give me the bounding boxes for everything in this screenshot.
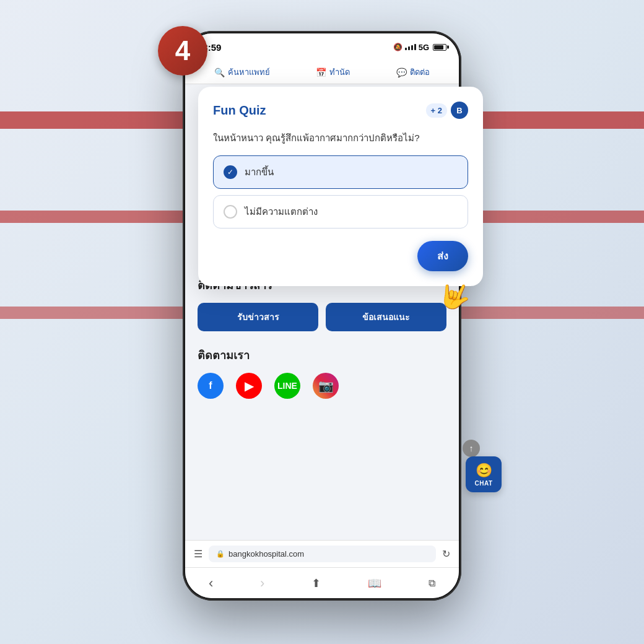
chat-button[interactable]: 😊 CHAT	[466, 456, 502, 492]
calendar-nav-icon: 📅	[316, 67, 326, 77]
news-button[interactable]: รับข่าวสาร	[198, 303, 318, 331]
url-bar[interactable]: 🔒 bangkokhospital.com	[209, 546, 436, 562]
facebook-icon[interactable]: f	[198, 373, 224, 399]
points-badge: + 2	[426, 103, 447, 118]
url-text: bangkokhospital.com	[228, 549, 304, 559]
option-radio-1: ✓	[224, 165, 237, 179]
line-icon[interactable]: LINE	[274, 373, 300, 399]
nav-tab-contact-label: ติดต่อ	[410, 66, 430, 79]
nav-tab-search[interactable]: 🔍 ค้นหาแพทย์	[214, 66, 270, 79]
quiz-option-1[interactable]: ✓ มากขึ้น	[213, 155, 468, 189]
quiz-option-2[interactable]: ไม่มีความแตกต่าง	[213, 195, 468, 228]
signal-bars	[405, 44, 416, 50]
forward-button[interactable]: ›	[260, 575, 264, 591]
browser-bar: ☰ 🔒 bangkokhospital.com ↻	[185, 540, 459, 567]
follow-us-title: ติดตามเรา	[198, 346, 446, 364]
action-buttons: รับข่าวสาร ข้อเสนอแนะ	[198, 303, 446, 331]
chat-icon: 😊	[476, 463, 492, 479]
points-icon: B	[451, 102, 468, 119]
bookmark-button[interactable]: 📖	[368, 577, 381, 590]
nav-tabs: 🔍 ค้นหาแพทย์ 📅 ทำนัด 💬 ติดต่อ	[185, 61, 459, 84]
youtube-icon[interactable]: ▶	[236, 373, 262, 399]
status-icons: 🔕 5G	[393, 43, 446, 52]
scroll-up-arrow[interactable]: ↑	[463, 440, 480, 457]
nav-tab-schedule[interactable]: 📅 ทำนัด	[316, 66, 350, 79]
refresh-icon[interactable]: ↻	[442, 548, 450, 560]
social-icons: f ▶ LINE 📷	[198, 373, 446, 399]
suggest-button[interactable]: ข้อเสนอแนะ	[326, 303, 446, 331]
browser-list-icon: ☰	[194, 548, 202, 560]
step-badge: 4	[158, 26, 207, 76]
chat-label: CHAT	[474, 480, 492, 487]
lock-icon: 🔒	[216, 550, 225, 558]
option-radio-2	[224, 205, 237, 219]
status-bar: 13:59 🔕 5G	[185, 33, 459, 61]
battery-icon	[433, 44, 446, 51]
submit-button[interactable]: ส่ง	[417, 241, 468, 271]
nav-tab-contact[interactable]: 💬 ติดต่อ	[396, 66, 430, 79]
mute-icon: 🔕	[393, 43, 402, 51]
instagram-icon[interactable]: 📷	[313, 373, 339, 399]
contact-nav-icon: 💬	[396, 67, 407, 77]
quiz-question: ในหน้าหนาว คุณรู้สึกแพ้อากาศมากกว่าปกติห…	[213, 131, 468, 146]
tabs-button[interactable]: ⧉	[429, 578, 435, 589]
nav-tab-schedule-label: ทำนัด	[329, 66, 350, 79]
nav-tab-search-label: ค้นหาแพทย์	[228, 66, 270, 79]
quiz-points: + 2 B	[426, 102, 468, 119]
option-2-text: ไม่มีความแตกต่าง	[245, 204, 318, 219]
quiz-header: Fun Quiz + 2 B	[213, 102, 468, 119]
bottom-nav: ‹ › ⬆︎ 📖 ⧉	[185, 567, 459, 598]
quiz-submit: ส่ง	[213, 241, 468, 271]
share-button[interactable]: ⬆︎	[311, 577, 321, 590]
quiz-card: Fun Quiz + 2 B ในหน้าหนาว คุณรู้สึกแพ้อา…	[198, 87, 483, 286]
back-button[interactable]: ‹	[209, 575, 213, 591]
option-1-text: มากขึ้น	[245, 165, 274, 180]
network-label: 5G	[419, 43, 429, 52]
quiz-title: Fun Quiz	[213, 103, 266, 118]
step-number: 4	[175, 35, 190, 66]
search-nav-icon: 🔍	[214, 67, 225, 77]
